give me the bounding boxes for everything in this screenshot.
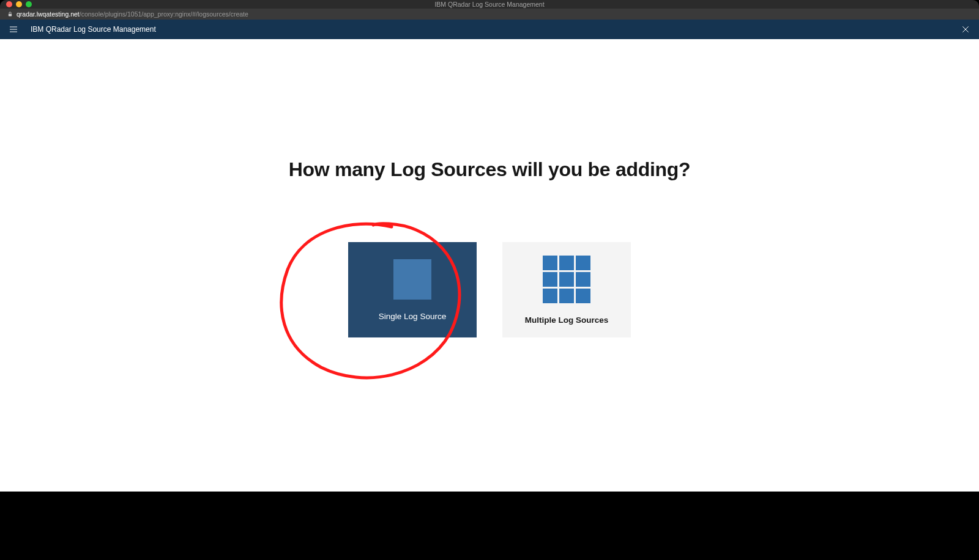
card-row: Single Log Source Multiple Log Sources [0,242,979,337]
svg-rect-0 [9,14,12,17]
single-square-icon [393,259,431,300]
maximize-window-button[interactable] [26,1,32,7]
multiple-log-sources-label: Multiple Log Sources [525,315,609,325]
lock-icon [7,11,13,17]
url-host: qradar.lwqatesting.net [17,10,80,18]
browser-window: IBM QRadar Log Source Management qradar.… [0,0,979,560]
url-bar[interactable]: qradar.lwqatesting.net /console/plugins/… [0,9,979,20]
window-title: IBM QRadar Log Source Management [434,1,544,8]
app-header: IBM QRadar Log Source Management [0,20,979,39]
multiple-log-sources-card[interactable]: Multiple Log Sources [502,242,631,337]
single-log-source-label: Single Log Source [379,312,446,321]
content-area: How many Log Sources will you be adding?… [0,39,979,492]
app-header-title: IBM QRadar Log Source Management [31,25,156,34]
bottom-letterbox [0,492,979,560]
grid-icon [543,256,590,303]
minimize-window-button[interactable] [16,1,22,7]
close-window-button[interactable] [6,1,12,7]
single-log-source-card[interactable]: Single Log Source [348,242,477,337]
titlebar: IBM QRadar Log Source Management [0,0,979,9]
url-path: /console/plugins/1051/app_proxy:nginx/#/… [80,10,248,18]
hamburger-menu-icon[interactable] [9,24,18,34]
close-icon[interactable] [961,24,970,34]
page-heading: How many Log Sources will you be adding? [0,158,979,181]
traffic-lights [6,1,32,7]
